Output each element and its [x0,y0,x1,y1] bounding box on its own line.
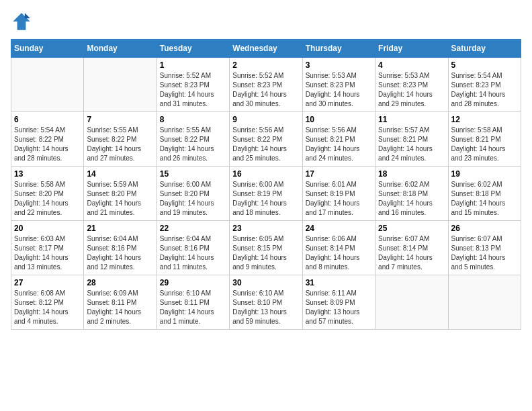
day-number: 7 [87,115,153,124]
sunset-label: Sunset: 8:23 PM [160,81,210,89]
daylight-label: Daylight: 14 hours and 22 minutes. [14,199,69,216]
day-info: Sunrise: 6:10 AM Sunset: 8:11 PM Dayligh… [160,289,226,326]
daylight-label: Daylight: 14 hours and 28 minutes. [451,91,506,107]
sunset-label: Sunset: 8:22 PM [160,136,210,143]
daylight-label: Daylight: 13 hours and 59 minutes. [232,308,287,325]
weekday-header-row: SundayMondayTuesdayWednesdayThursdayFrid… [11,40,521,58]
calendar-cell: 23 Sunrise: 6:05 AM Sunset: 8:15 PM Dayl… [230,221,302,275]
day-info: Sunrise: 6:11 AM Sunset: 8:09 PM Dayligh… [306,289,372,326]
logo-icon [11,11,32,32]
day-info: Sunrise: 5:55 AM Sunset: 8:22 PM Dayligh… [160,126,226,163]
sunset-label: Sunset: 8:20 PM [160,190,210,197]
calendar-cell: 20 Sunrise: 6:03 AM Sunset: 8:17 PM Dayl… [11,221,84,275]
sunset-label: Sunset: 8:20 PM [87,190,136,197]
day-number: 11 [378,115,445,124]
sunrise-label: Sunrise: 6:06 AM [306,235,357,242]
calendar-cell: 25 Sunrise: 6:07 AM Sunset: 8:14 PM Dayl… [375,221,448,275]
sunset-label: Sunset: 8:09 PM [306,299,355,306]
daylight-label: Daylight: 14 hours and 13 minutes. [14,254,69,271]
day-number: 2 [232,60,299,70]
calendar-cell: 26 Sunrise: 6:07 AM Sunset: 8:13 PM Dayl… [448,221,521,275]
sunrise-label: Sunrise: 6:07 AM [451,235,502,242]
day-info: Sunrise: 5:54 AM Sunset: 8:22 PM Dayligh… [14,126,81,163]
day-number: 31 [306,278,372,287]
calendar-cell: 17 Sunrise: 6:01 AM Sunset: 8:19 PM Dayl… [302,167,375,221]
calendar-week-row: 6 Sunrise: 5:54 AM Sunset: 8:22 PM Dayli… [11,112,521,167]
calendar-cell: 19 Sunrise: 6:02 AM Sunset: 8:18 PM Dayl… [448,167,521,221]
day-number: 21 [87,224,153,233]
day-info: Sunrise: 6:01 AM Sunset: 8:19 PM Dayligh… [306,180,372,218]
day-number: 15 [160,169,226,179]
sunrise-label: Sunrise: 6:01 AM [306,181,357,188]
calendar-cell: 11 Sunrise: 5:57 AM Sunset: 8:21 PM Dayl… [375,112,448,167]
calendar-cell: 7 Sunrise: 5:55 AM Sunset: 8:22 PM Dayli… [84,112,157,167]
svg-marker-1 [25,13,30,18]
sunset-label: Sunset: 8:19 PM [306,190,355,197]
daylight-label: Daylight: 14 hours and 28 minutes. [14,145,69,162]
calendar-cell: 21 Sunrise: 6:04 AM Sunset: 8:16 PM Dayl… [84,221,157,275]
day-info: Sunrise: 5:59 AM Sunset: 8:20 PM Dayligh… [87,180,153,218]
day-number: 1 [160,60,226,70]
daylight-label: Daylight: 14 hours and 30 minutes. [232,91,287,107]
day-number: 16 [232,169,299,179]
sunset-label: Sunset: 8:18 PM [451,190,501,197]
calendar-cell: 12 Sunrise: 5:58 AM Sunset: 8:21 PM Dayl… [448,112,521,167]
sunrise-label: Sunrise: 5:54 AM [451,72,502,79]
sunrise-label: Sunrise: 6:10 AM [232,289,283,297]
calendar-cell [375,275,448,330]
sunrise-label: Sunrise: 6:07 AM [378,235,429,242]
calendar-cell [11,58,84,112]
weekday-header-friday: Friday [375,40,448,58]
sunrise-label: Sunrise: 5:52 AM [160,72,211,79]
day-number: 19 [451,169,518,179]
sunrise-label: Sunrise: 6:00 AM [232,181,283,188]
weekday-header-monday: Monday [84,40,157,58]
day-info: Sunrise: 6:04 AM Sunset: 8:16 PM Dayligh… [160,234,226,272]
day-info: Sunrise: 6:08 AM Sunset: 8:12 PM Dayligh… [14,289,81,326]
sunset-label: Sunset: 8:23 PM [306,81,355,89]
weekday-header-sunday: Sunday [11,40,84,58]
sunset-label: Sunset: 8:11 PM [87,299,136,306]
day-info: Sunrise: 5:52 AM Sunset: 8:23 PM Dayligh… [160,71,226,109]
sunrise-label: Sunrise: 5:52 AM [232,72,283,79]
sunset-label: Sunset: 8:13 PM [451,244,501,252]
daylight-label: Daylight: 14 hours and 31 minutes. [160,91,214,107]
day-number: 20 [14,224,81,233]
svg-marker-0 [13,13,30,30]
calendar-cell: 29 Sunrise: 6:10 AM Sunset: 8:11 PM Dayl… [157,275,229,330]
day-number: 17 [306,169,372,179]
day-number: 14 [87,169,153,179]
day-info: Sunrise: 5:55 AM Sunset: 8:22 PM Dayligh… [87,126,153,163]
day-info: Sunrise: 6:06 AM Sunset: 8:14 PM Dayligh… [306,234,372,272]
day-number: 28 [87,278,153,287]
sunset-label: Sunset: 8:17 PM [14,244,64,252]
sunrise-label: Sunrise: 5:57 AM [378,126,429,134]
page-header [11,11,521,32]
day-info: Sunrise: 5:53 AM Sunset: 8:23 PM Dayligh… [306,71,372,109]
sunrise-label: Sunrise: 6:02 AM [451,181,502,188]
day-info: Sunrise: 5:56 AM Sunset: 8:22 PM Dayligh… [232,126,299,163]
calendar-week-row: 20 Sunrise: 6:03 AM Sunset: 8:17 PM Dayl… [11,221,521,275]
sunset-label: Sunset: 8:20 PM [14,190,64,197]
calendar-cell: 16 Sunrise: 6:00 AM Sunset: 8:19 PM Dayl… [230,167,302,221]
calendar-cell: 9 Sunrise: 5:56 AM Sunset: 8:22 PM Dayli… [230,112,302,167]
calendar-cell [84,58,157,112]
calendar-cell: 27 Sunrise: 6:08 AM Sunset: 8:12 PM Dayl… [11,275,84,330]
calendar-cell: 2 Sunrise: 5:52 AM Sunset: 8:23 PM Dayli… [230,58,302,112]
calendar-cell: 8 Sunrise: 5:55 AM Sunset: 8:22 PM Dayli… [157,112,229,167]
day-number: 6 [14,115,81,124]
daylight-label: Daylight: 14 hours and 15 minutes. [451,199,506,216]
calendar-week-row: 27 Sunrise: 6:08 AM Sunset: 8:12 PM Dayl… [11,275,521,330]
calendar-week-row: 13 Sunrise: 5:58 AM Sunset: 8:20 PM Dayl… [11,167,521,221]
calendar-cell: 13 Sunrise: 5:58 AM Sunset: 8:20 PM Dayl… [11,167,84,221]
daylight-label: Daylight: 14 hours and 4 minutes. [14,308,69,325]
daylight-label: Daylight: 14 hours and 26 minutes. [160,145,214,162]
weekday-header-tuesday: Tuesday [157,40,229,58]
calendar-table: SundayMondayTuesdayWednesdayThursdayFrid… [11,39,521,330]
daylight-label: Daylight: 14 hours and 11 minutes. [160,254,214,271]
day-number: 5 [451,60,518,70]
sunrise-label: Sunrise: 5:56 AM [232,126,283,134]
day-info: Sunrise: 6:10 AM Sunset: 8:10 PM Dayligh… [232,289,299,326]
sunrise-label: Sunrise: 6:10 AM [160,289,211,297]
sunset-label: Sunset: 8:14 PM [378,244,428,252]
